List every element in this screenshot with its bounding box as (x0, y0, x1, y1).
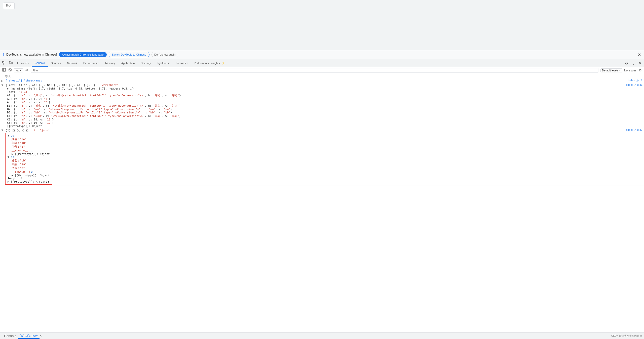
settings-button[interactable]: ⚙ (624, 60, 629, 66)
json-item-0-name: 姓名："aa" (12, 137, 50, 141)
line2-child-c2: C2: {t: 'n', v: 18, w: '18'} (7, 118, 181, 121)
svg-line-9 (9, 69, 11, 71)
console-sidebar-button[interactable] (1, 67, 7, 73)
file-link-1[interactable]: index.js:2 (627, 79, 642, 82)
json-item-1-age: 年龄："19" (12, 162, 50, 166)
notification-text: DevTools is now available in Chinese! (6, 53, 57, 56)
context-value: top (16, 69, 19, 72)
line2-child-b2: B2: {t: 's', v: 'aa', r: '<t>aa</t><phon… (7, 108, 181, 111)
eye-icon: 👁 (25, 68, 28, 72)
json-length: length: 2 (8, 177, 50, 180)
tab-performance-insights[interactable]: Performance insights ⚡ (191, 59, 228, 67)
status-console-tab[interactable]: Console (2, 333, 18, 338)
console-row-2: ▼ {!ref: 'A1:C3', A1: {…}, B1: {…}, C1: … (0, 83, 644, 128)
line2-child-b3: B3: {t: 's', v: 'bb', r: '<t>bb</t><phon… (7, 111, 181, 114)
browser-top-area: 导入 (0, 0, 644, 50)
json-item-1-rownum: __rowNum__：2 (12, 170, 50, 174)
svg-rect-0 (3, 61, 4, 63)
line1-content: ['Sheet1'] 'sheetNames' (6, 79, 44, 82)
issues-count: No Issues (624, 69, 636, 72)
tab-memory[interactable]: Memory (102, 59, 118, 67)
tab-elements[interactable]: Elements (14, 59, 32, 67)
status-bar-right-text: CSDN @掉头发类型的选 ✕ (611, 334, 642, 338)
json-item-1-name: 姓名："bb" (12, 159, 50, 162)
line2-label: 'worksheet' (100, 84, 119, 87)
json-item-1-num: 序号："2" (12, 166, 50, 170)
line2-child-a3: A3: {t: 'n', v: 2, w: '2'} (7, 101, 181, 104)
expand-icon-2[interactable]: ▼ (0, 83, 5, 87)
line2-child-c1: C1: {t: 's', v: '年龄', r: '<t>年龄</t><phon… (7, 114, 181, 118)
console-toolbar: top ▾ 👁 Default levels ▾ No Issues ⚙ (0, 67, 644, 74)
tab-performance[interactable]: Performance (80, 59, 102, 67)
file-link-3[interactable]: index.js:37 (626, 129, 642, 132)
line3-label: 'json' (40, 129, 50, 132)
line2-children: ▶ !margins: {left: 0.7, right: 0.7, top:… (0, 87, 181, 128)
switch-to-chinese-button[interactable]: Switch DevTools to Chinese (109, 52, 149, 57)
line2-child-a2: A2: {t: 'n', v: 1, w: '1'} (7, 97, 181, 101)
json-item-1-fields: 姓名："bb" 年龄："19" 序号："2" __rowNum__：2 ▶ [[… (8, 159, 50, 177)
context-arrow-icon: ▾ (20, 69, 21, 72)
tab-recorder[interactable]: Recorder (173, 59, 191, 67)
tab-network[interactable]: Network (64, 59, 80, 67)
context-selector[interactable]: top ▾ (14, 68, 23, 72)
console-settings-button[interactable]: ⚙ (637, 68, 643, 73)
more-options-button[interactable]: ⋮ (630, 60, 636, 66)
line3-content: (2) [{…}, {…}] (6, 129, 29, 132)
tab-console[interactable]: Console (32, 59, 48, 67)
line3-info-icon: ℹ (34, 129, 35, 132)
line2-child-ref: !ref: 'A1:C3' (7, 90, 181, 94)
dont-show-again-button[interactable]: Don't show again (151, 52, 178, 57)
console-filter-input[interactable] (31, 68, 598, 73)
json-item-1-header: ▼ 1: (8, 156, 50, 159)
inspect-element-button[interactable] (1, 60, 8, 66)
tab-sources[interactable]: Sources (48, 59, 64, 67)
tab-security[interactable]: Security (138, 59, 154, 67)
line2-child-proto: [[Prototype]]: Object (7, 124, 181, 128)
device-toggle-button[interactable] (8, 60, 14, 66)
console-row-1: ▶ ['Sheet1'] 'sheetNames' index.js:2 (0, 79, 644, 83)
log-levels-selector[interactable]: Default levels ▾ (600, 68, 622, 72)
status-whats-new-tab[interactable]: What's new (18, 333, 40, 339)
console-prompt-label: 导入 (0, 74, 644, 79)
eye-filter-button[interactable]: 👁 (24, 68, 30, 73)
json-item-1-index: 1: (11, 156, 14, 159)
devtools-panel: Elements Console Sources Network Perform… (0, 59, 644, 339)
line2-child-margins: ▶ !margins: {left: 0.7, right: 0.7, top:… (7, 87, 181, 90)
svg-rect-4 (11, 62, 13, 64)
line2-child-a1: A1: {t: 's', v: '序号', r: '<t>序号</t><phon… (7, 94, 181, 97)
match-language-button[interactable]: Always match Chrome's language (59, 52, 107, 57)
status-close-button[interactable]: ✕ (40, 334, 42, 337)
clear-console-button[interactable] (7, 67, 13, 73)
json-item-0-age: 年龄："18" (12, 141, 50, 145)
notification-close-button[interactable]: ✕ (638, 52, 641, 57)
json-item-0-proto: ▶ [[Prototype]]: Object (12, 152, 50, 156)
line2-child-c3: C3: {t: 'n', v: 19, w: '19'} (7, 121, 181, 124)
json-item-0-index: 0: (11, 134, 14, 137)
import-button[interactable]: 导入 (3, 3, 15, 9)
file-link-2[interactable]: index.js:33 (626, 84, 642, 87)
console-row-3: ▼ (2) [{…}, {…}] ℹ 'json' index.js:37 ▼ … (0, 128, 644, 186)
json-array-proto: ▶ [[Prototype]]: Array(0) (8, 180, 50, 183)
info-icon: ℹ (3, 53, 4, 57)
console-output: 导入 ▶ ['Sheet1'] 'sheetNames' index.js:2 … (0, 74, 644, 332)
tab-lighthouse[interactable]: Lighthouse (154, 59, 173, 67)
tab-application[interactable]: Application (118, 59, 138, 67)
devtools-topbar-right: ⚙ ⋮ ✕ (624, 60, 643, 66)
devtools-tab-list: Elements Console Sources Network Perform… (14, 59, 624, 67)
levels-label: Default levels (602, 69, 619, 72)
status-bar: Console What's new ✕ CSDN @掉头发类型的选 ✕ (0, 332, 644, 339)
line2-content: {!ref: 'A1:C3', A1: {…}, B1: {…}, C1: {…… (6, 84, 95, 87)
json-item-0-header: ▼ 0: (8, 134, 50, 137)
notification-bar: ℹ DevTools is now available in Chinese! … (0, 50, 644, 59)
svg-rect-6 (3, 68, 6, 71)
json-item-1-proto: ▶ [[Prototype]]: Object (12, 174, 50, 177)
line2-child-b1: B1: {t: 's', v: '姓名', r: '<t>姓名</t><phon… (7, 104, 181, 108)
json-object-box: ▼ 0: 姓名："aa" 年龄："18" 序号："1" __rowNum__：1… (5, 133, 52, 185)
json-item-0-num: 序号："1" (12, 145, 50, 149)
levels-arrow-icon: ▾ (619, 69, 621, 72)
expand-icon-1[interactable]: ▶ (0, 79, 5, 83)
expand-icon-3[interactable]: ▼ (0, 129, 5, 132)
json-item-0-fields: 姓名："aa" 年龄："18" 序号："1" __rowNum__：1 ▶ [[… (8, 137, 50, 156)
json-item-0-rownum: __rowNum__：1 (12, 149, 50, 152)
close-devtools-button[interactable]: ✕ (637, 60, 643, 66)
